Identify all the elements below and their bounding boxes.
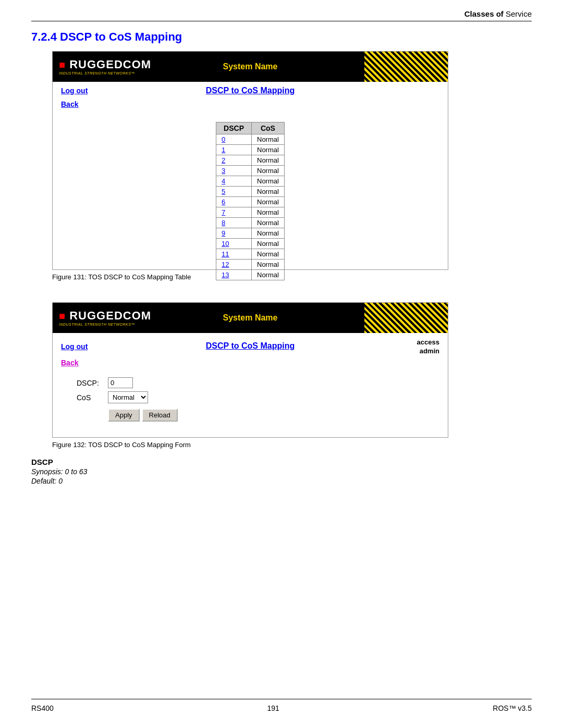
figure2-logout-link[interactable]: Log out: [61, 342, 88, 351]
figure1-hatch-pattern: [364, 52, 448, 82]
figure2-page-heading: DSCP to CoS Mapping: [206, 341, 295, 350]
reload-button[interactable]: Reload: [142, 409, 178, 422]
cos-cell: Normal: [252, 176, 285, 187]
dscp-link[interactable]: 9: [222, 229, 225, 237]
figure2-back-area: Back: [53, 357, 448, 371]
figure2-caption: Figure 132: TOS DSCP to CoS Mapping Form: [52, 440, 191, 449]
dscp-section-label: DSCP: [31, 458, 532, 466]
dscp-cell[interactable]: 9: [216, 228, 252, 239]
section-title: 7.2.4 DSCP to CoS Mapping: [31, 30, 182, 44]
dscp-link[interactable]: 1: [222, 146, 225, 154]
form-buttons-row: Apply Reload: [61, 409, 439, 422]
figure1-system-name: System Name: [223, 62, 278, 71]
cos-select[interactable]: NormalMediumHighCritical: [108, 391, 148, 403]
figure1-content: DSCP CoS 0Normal1Normal2Normal3Normal4No…: [53, 113, 448, 291]
dscp-cell[interactable]: 13: [216, 270, 252, 280]
table-row: 7Normal: [216, 207, 285, 218]
dscp-link[interactable]: 11: [222, 250, 229, 258]
logo2-brand-text: RUGGEDCOM: [69, 309, 151, 322]
apply-button[interactable]: Apply: [108, 409, 140, 422]
header-line: [31, 21, 532, 21]
dscp-link[interactable]: 10: [222, 240, 229, 248]
cos-cell: Normal: [252, 249, 285, 260]
figure1-page-heading: DSCP to CoS Mapping: [206, 86, 295, 95]
dscp-link[interactable]: 3: [222, 167, 225, 175]
dscp-cell[interactable]: 2: [216, 155, 252, 166]
table-row: 12Normal: [216, 260, 285, 270]
table-row: 8Normal: [216, 218, 285, 228]
header-section-bold: Classes of: [464, 9, 504, 18]
table-row: 5Normal: [216, 187, 285, 197]
figure2-back-link[interactable]: Back: [61, 359, 78, 367]
figure2-logo-sub: INDUSTRIAL STRENGTH NETWORKS™: [59, 323, 135, 326]
cos-cell: Normal: [252, 228, 285, 239]
cos-cell: Normal: [252, 260, 285, 270]
page-header: Classes of Service: [464, 9, 532, 18]
figure1-logout-link[interactable]: Log out: [61, 87, 88, 95]
figure1-logo-sub: INDUSTRIAL STRENGTH NETWORKS™: [59, 71, 135, 75]
cos-cell: Normal: [252, 207, 285, 218]
figure1-caption: Figure 131: TOS DSCP to CoS Mapping Tabl…: [52, 272, 191, 281]
cos-cell: Normal: [252, 155, 285, 166]
col-cos-header: CoS: [252, 122, 285, 134]
figure2-access-label: access admin: [417, 338, 439, 355]
cos-cell: Normal: [252, 218, 285, 228]
figure2-logo: ■ RUGGEDCOM INDUSTRIAL STRENGTH NETWORKS…: [59, 310, 151, 326]
figure2-hatch-pattern: [364, 303, 448, 333]
cos-cell: Normal: [252, 187, 285, 197]
dscp-synopsis: Synopsis: 0 to 63: [31, 467, 532, 476]
footer-line: [31, 699, 532, 699]
cos-cell: Normal: [252, 197, 285, 207]
dscp-link[interactable]: 4: [222, 177, 225, 185]
dscp-field-row: DSCP:: [61, 377, 439, 388]
footer: RS400 191 ROS™ v3.5: [31, 704, 532, 712]
dscp-description-section: DSCP Synopsis: 0 to 63 Default: 0: [31, 453, 532, 485]
dscp-cos-table: DSCP CoS 0Normal1Normal2Normal3Normal4No…: [216, 122, 285, 280]
figure1-back-link[interactable]: Back: [61, 100, 78, 108]
figure1-back-area: Back: [53, 97, 448, 113]
dscp-link[interactable]: 0: [222, 135, 225, 143]
figure2-system-name: System Name: [223, 313, 278, 323]
dscp-cell[interactable]: 4: [216, 176, 252, 187]
figure1-box: ■ RUGGEDCOM INDUSTRIAL STRENGTH NETWORKS…: [52, 51, 448, 270]
logo2-bracket-icon: ■: [59, 310, 66, 322]
figure2-form-area: DSCP: CoS NormalMediumHighCritical Apply…: [53, 371, 448, 426]
figure1-logo-text: ■ RUGGEDCOM: [59, 59, 151, 70]
table-row: 1Normal: [216, 145, 285, 155]
table-row: 3Normal: [216, 166, 285, 176]
dscp-link[interactable]: 13: [222, 271, 229, 279]
dscp-cell[interactable]: 5: [216, 187, 252, 197]
logo-brand-text: RUGGEDCOM: [69, 58, 151, 71]
dscp-cell[interactable]: 8: [216, 218, 252, 228]
dscp-input[interactable]: [108, 377, 133, 388]
dscp-cell[interactable]: 12: [216, 260, 252, 270]
table-row: 4Normal: [216, 176, 285, 187]
dscp-cell[interactable]: 6: [216, 197, 252, 207]
dscp-cell[interactable]: 10: [216, 239, 252, 249]
dscp-cell[interactable]: 1: [216, 145, 252, 155]
cos-cell: Normal: [252, 270, 285, 280]
dscp-link[interactable]: 6: [222, 198, 225, 206]
footer-right: ROS™ v3.5: [493, 704, 532, 712]
logo-bracket-icon: ■: [59, 59, 66, 70]
table-row: 0Normal: [216, 134, 285, 145]
dscp-cell[interactable]: 0: [216, 134, 252, 145]
dscp-cell[interactable]: 11: [216, 249, 252, 260]
footer-center: 191: [267, 704, 279, 712]
table-row: 2Normal: [216, 155, 285, 166]
dscp-link[interactable]: 2: [222, 156, 225, 164]
footer-left: RS400: [31, 704, 54, 712]
figure2-box: ■ RUGGEDCOM INDUSTRIAL STRENGTH NETWORKS…: [52, 302, 448, 438]
dscp-link[interactable]: 7: [222, 208, 225, 216]
table-row: 6Normal: [216, 197, 285, 207]
figure1-logo: ■ RUGGEDCOM INDUSTRIAL STRENGTH NETWORKS…: [59, 59, 151, 75]
dscp-link[interactable]: 5: [222, 188, 225, 195]
dscp-cell[interactable]: 7: [216, 207, 252, 218]
cos-cell: Normal: [252, 166, 285, 176]
dscp-section: DSCP Synopsis: 0 to 63 Default: 0: [31, 458, 532, 485]
figure2-header-bar: ■ RUGGEDCOM INDUSTRIAL STRENGTH NETWORKS…: [53, 303, 448, 333]
dscp-link[interactable]: 12: [222, 261, 229, 268]
dscp-link[interactable]: 8: [222, 219, 225, 227]
dscp-cell[interactable]: 3: [216, 166, 252, 176]
figure2-nav-row: Log out DSCP to CoS Mapping access admin: [53, 333, 448, 357]
